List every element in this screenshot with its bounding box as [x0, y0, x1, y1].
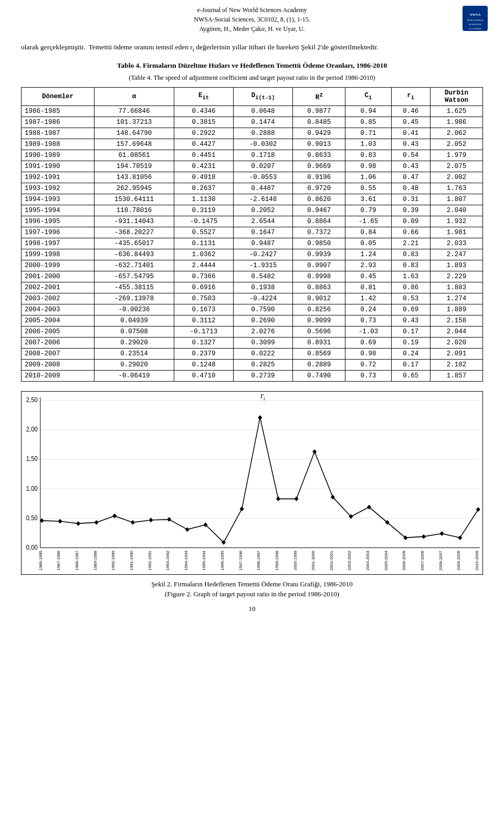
table-cell: 0.83	[345, 150, 391, 161]
table-cell: 0.55	[345, 183, 391, 194]
table-cell: 0.9939	[293, 249, 345, 260]
table-cell: 1.1130	[174, 194, 233, 205]
table-cell: -0.0553	[234, 172, 293, 183]
table-row: 2009-20080.290200.12480.28250.28890.720.…	[22, 359, 483, 370]
svg-text:1,50: 1,50	[26, 455, 38, 463]
page-header: e-Journal of New World Sciences Academy …	[0, 0, 504, 36]
table-cell: 0.0648	[234, 106, 293, 117]
table-cell: -0.00236	[94, 304, 174, 315]
header-text: e-Journal of New World Sciences Academy …	[42, 5, 462, 34]
table-cell: 0.2739	[234, 370, 293, 381]
table-cell: 2.091	[430, 348, 482, 359]
table-cell: 0.5482	[234, 271, 293, 282]
table-cell: 1986-1985	[22, 106, 94, 117]
data-point	[185, 527, 190, 532]
x-axis-label: 1994-1993	[184, 551, 188, 571]
figure-caption: Şekil 2. Firmaların Hedeflenen Temettü Ö…	[21, 579, 483, 599]
x-axis-label: 2005-2004	[384, 551, 388, 571]
table-row: 2000-1999-632.714012.4444-1.93150.99072.…	[22, 260, 483, 271]
table-cell: 0.7372	[293, 227, 345, 238]
table-cell: 0.9720	[293, 183, 345, 194]
table-cell: 0.31	[391, 194, 430, 205]
table-cell: 0.73	[345, 370, 391, 381]
table-row: 2010-2009-0.064190.47100.27390.74900.730…	[22, 370, 483, 381]
table-cell: 0.43	[391, 161, 430, 172]
svg-text:1,00: 1,00	[26, 485, 38, 492]
table-cell: 262.95945	[94, 183, 174, 194]
table-cell: 1.03	[345, 139, 391, 150]
table-row: 2006-20050.07508-0.17132.02760.5696-1.03…	[22, 326, 483, 337]
table-cell: 148.64790	[94, 128, 174, 139]
table-cell: 0.04939	[94, 315, 174, 326]
table-cell: 2.044	[430, 326, 482, 337]
table-cell: -0.1475	[174, 216, 233, 227]
table-cell: 0.2825	[234, 359, 293, 370]
page-number: 10	[21, 605, 483, 613]
table-cell: 0.9487	[234, 238, 293, 249]
figure-caption-en: (Figure 2. Graph of target payout ratio …	[21, 589, 483, 599]
table-cell: 0.05	[345, 238, 391, 249]
table-cell: 0.1131	[174, 238, 233, 249]
table-cell: 0.0207	[234, 161, 293, 172]
table-cell: 0.73	[345, 315, 391, 326]
data-point	[258, 415, 262, 420]
x-axis-label: 1988-1987	[75, 551, 79, 571]
table-cell: 2.062	[430, 128, 482, 139]
x-axis-label: 2006-2005	[402, 551, 407, 571]
table-cell: 0.2889	[293, 359, 345, 370]
table-cell: -1.9315	[234, 260, 293, 271]
nwsa-logo: NWSA NEW WORLD SCIENCES ACADEMY	[462, 5, 488, 31]
table-cell: 0.8569	[293, 348, 345, 359]
table-cell: 0.3112	[174, 315, 233, 326]
x-axis-label: 2008-2007	[438, 551, 443, 571]
table-cell: 0.4451	[174, 150, 233, 161]
table-row: 1999-1998-636.844931.0362-0.24270.99391.…	[22, 249, 483, 260]
table-row: 2004-2003-0.002360.16730.75900.82560.240…	[22, 304, 483, 315]
table-cell: -2.6148	[234, 194, 293, 205]
table-cell: 0.3815	[174, 117, 233, 128]
table-cell: 61.08561	[94, 150, 174, 161]
table-cell: 3.61	[345, 194, 391, 205]
table-cell: 0.53	[391, 293, 430, 304]
table-cell: 0.9907	[293, 260, 345, 271]
table-cell: 77.66846	[94, 106, 174, 117]
svg-text:0,00: 0,00	[26, 543, 38, 551]
col-header-eit: Eit	[174, 87, 233, 106]
x-axis-label: 1996-1995	[220, 551, 225, 571]
table-cell: 2007-2006	[22, 337, 94, 348]
table-cell: 0.41	[391, 128, 430, 139]
table-cell: 1999-1998	[22, 249, 94, 260]
table-row: 1993-1992262.959450.26370.44870.97200.55…	[22, 183, 483, 194]
x-axis-label: 1993-1992	[166, 551, 171, 571]
table-cell: 0.4710	[174, 370, 233, 381]
col-header-dit: Di(t-1)	[234, 87, 293, 106]
main-content: olarak gerçekleşmiştir. Temettü ödeme or…	[0, 36, 504, 624]
table-cell: 0.8864	[293, 216, 345, 227]
table-cell: 0.3119	[174, 205, 233, 216]
table-cell: 2.033	[430, 238, 482, 249]
table-cell: 0.1248	[174, 359, 233, 370]
data-point	[240, 507, 244, 511]
header-line3: Aygören, H., Meder Çakır, H. ve Uyar, U.	[42, 24, 462, 34]
table-cell: 0.9099	[293, 315, 345, 326]
svg-text:ri: ri	[260, 392, 265, 402]
header-line1: e-Journal of New World Sciences Academy	[42, 5, 462, 15]
table-cell: -1.03	[345, 326, 391, 337]
table-cell: 0.69	[345, 337, 391, 348]
table-cell: 2.052	[430, 139, 482, 150]
table-cell: 2.0276	[234, 326, 293, 337]
table-cell: 1992-1991	[22, 172, 94, 183]
table-cell: 1988-1987	[22, 128, 94, 139]
table-cell: 2008-2007	[22, 348, 94, 359]
data-point	[439, 531, 444, 536]
table-cell: 0.43	[391, 139, 430, 150]
table-cell: 1.857	[430, 370, 482, 381]
table-row: 2001-2000-657.547950.73660.54820.99980.4…	[22, 271, 483, 282]
table-cell: 0.48	[391, 183, 430, 194]
table-cell: 1.763	[430, 183, 482, 194]
table-cell: -0.1713	[174, 326, 233, 337]
table-cell: -368.20227	[94, 227, 174, 238]
table-cell: 0.81	[345, 282, 391, 293]
table-cell: 2006-2005	[22, 326, 94, 337]
table-cell: 194.70519	[94, 161, 174, 172]
